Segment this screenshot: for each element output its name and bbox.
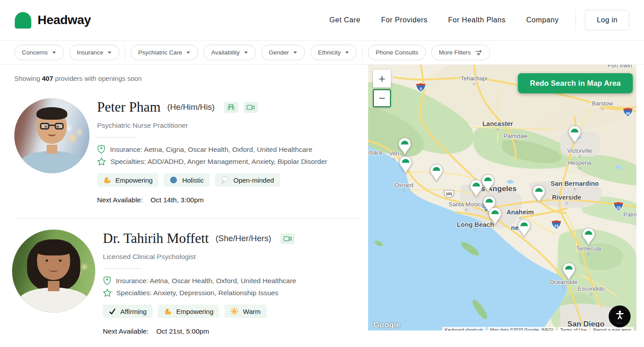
trait-badge-warm: Warm [225,305,266,318]
map-provider-pin-12[interactable] [562,263,576,280]
google-logo[interactable]: Google [373,321,400,330]
nav-link-for-providers[interactable]: For Providers [381,16,428,24]
trait-badge-open-minded: Open-minded [215,173,280,187]
nav-link-get-care[interactable]: Get Care [329,16,360,24]
map-label-palmdale: Palmdale [504,133,528,139]
map-provider-pin-5[interactable] [481,174,495,192]
map-city-dot [574,188,576,191]
filter-label: Psychiatric Care [138,49,182,56]
filter-group-divider [362,45,363,60]
filter-phone-consults[interactable]: Phone Consults [368,45,426,60]
map-city-dot [473,83,475,85]
headway-logo[interactable]: Headway [15,12,91,29]
card-mini-divider [103,268,141,269]
map-attribution[interactable]: Keyboard shortcutsMap data ©2022 Google,… [442,327,634,330]
map-provider-pin-8[interactable] [532,185,546,203]
svg-text:5: 5 [420,87,422,91]
trait-badge-holistic: Holistic [164,173,209,187]
trait-badge-affirming: Affirming [103,305,153,318]
specialties-label: Specialties: [116,289,152,297]
chair-badge[interactable] [224,102,238,113]
muscle-icon [103,176,111,184]
map-attribution-report-a-map-error[interactable]: Report a map error [591,327,634,330]
map-label-barstow: Barstow [592,100,613,107]
accessibility-button[interactable]: ... [609,305,631,327]
map-attribution-terms-of-use[interactable]: Terms of Use [558,327,589,330]
map-attribution-keyboard-shortcuts[interactable]: Keyboard shortcuts [442,327,486,330]
shield-plus-icon [103,276,111,285]
filter-more-filters[interactable]: More Filters [431,45,490,60]
map-city-dot [579,155,581,158]
provider-name[interactable]: Dr. Tahirih Moffett [103,230,209,247]
map-zoom-out-button[interactable]: − [373,89,391,107]
next-available-value: Oct 21st, 5:00pm [157,327,209,335]
filter-label: Ethnicity [318,49,341,56]
avatar-shirt [18,288,89,313]
main-content: Showing 407 providers with openings soon… [0,65,644,347]
provider-photo[interactable] [12,230,95,313]
filter-availability[interactable]: Availability [203,45,256,60]
map-label-ven: Ven [389,150,399,157]
session-type-badges [280,233,295,244]
filter-psychiatric-care[interactable]: Psychiatric Care [131,45,198,60]
map-attribution-map-data-2022-google-inegi[interactable]: Map data ©2022 Google, INEGI [487,327,556,330]
provider-name[interactable]: Peter Pham [97,99,161,115]
map-panel[interactable]: 5401016051015 Fort IrwinTehachapiBarstow… [368,65,636,330]
map-provider-pin-10[interactable] [517,219,531,237]
map-provider-pin-9[interactable] [568,125,581,143]
filter-lines-icon [475,49,483,56]
map-label-anaheim: Anaheim [506,209,534,216]
trait-label: Open-minded [233,176,274,184]
next-available-label: Next Available: [97,196,143,204]
map-city-dot [602,108,604,110]
avatar-shirt [20,151,84,173]
filter-gender[interactable]: Gender [261,45,305,60]
map-provider-pin-7[interactable] [488,207,502,225]
header-divider [576,10,576,30]
interstate-shield-5: 5 [415,83,426,94]
provider-card[interactable]: Peter Pham (He/Him/His) Psychiatric Nurs… [14,98,360,204]
interstate-shield-10: 10 [613,201,624,213]
filter-concerns[interactable]: Concerns [14,45,64,60]
video-camera-badge[interactable] [244,102,258,113]
map-provider-pin-11[interactable] [582,228,595,246]
video-camera-badge[interactable] [280,233,295,244]
provider-details: Dr. Tahirih Moffett (She/Her/Hers) Licen… [103,230,296,335]
map-zoom-in-button[interactable]: + [373,70,391,88]
map-provider-pin-2[interactable] [399,156,412,174]
login-button[interactable]: Log in [585,10,629,30]
avatar-neck [48,281,59,291]
nav-link-for-health-plans[interactable]: For Health Plans [448,16,506,24]
specialties-label: Specialties: [110,158,146,165]
specialties-list: ADD/ADHD, Anger Management, Anxiety, Bip… [148,158,327,165]
map-provider-pin-3[interactable] [430,164,443,182]
provider-pronouns: (He/Him/His) [167,102,215,112]
provider-results: Showing 407 providers with openings soon… [14,65,360,335]
filter-label: Concerns [22,49,48,56]
interstate-shield-15: 15 [551,220,562,231]
filter-label: Availability [211,49,240,56]
trait-badge-empowering: Empowering [158,305,219,318]
filter-ethnicity[interactable]: Ethnicity [310,45,357,60]
thought-balloon-icon [221,176,229,184]
caret-down-icon [293,51,297,54]
insurance-label: Insurance: [116,277,148,284]
trait-badges: AffirmingEmpoweringWarm [103,305,296,318]
trait-label: Empowering [176,308,213,315]
map-label-arbara: arbara [368,149,382,156]
summary-prefix: Showing [14,75,42,82]
nav-link-company[interactable]: Company [526,16,559,24]
provider-photo[interactable] [14,98,89,173]
filter-group-divider [125,45,125,60]
redo-search-button[interactable]: Redo Search in Map Area [518,73,633,93]
map-label-escondido: Escondido [578,285,605,292]
provider-card[interactable]: Dr. Tahirih Moffett (She/Her/Hers) Licen… [14,230,360,335]
provider-title: Psychiatric Nurse Practitioner [97,121,327,130]
map-city-dot [466,209,468,211]
accessibility-dots: ... [617,321,623,323]
map-provider-pin-1[interactable] [398,138,411,155]
svg-text:15: 15 [554,224,559,228]
filter-insurance[interactable]: Insurance [69,45,119,60]
trait-label: Affirming [120,308,147,315]
insurance-list: Aetna, Oscar Health, Oxford, United Heal… [150,277,296,284]
